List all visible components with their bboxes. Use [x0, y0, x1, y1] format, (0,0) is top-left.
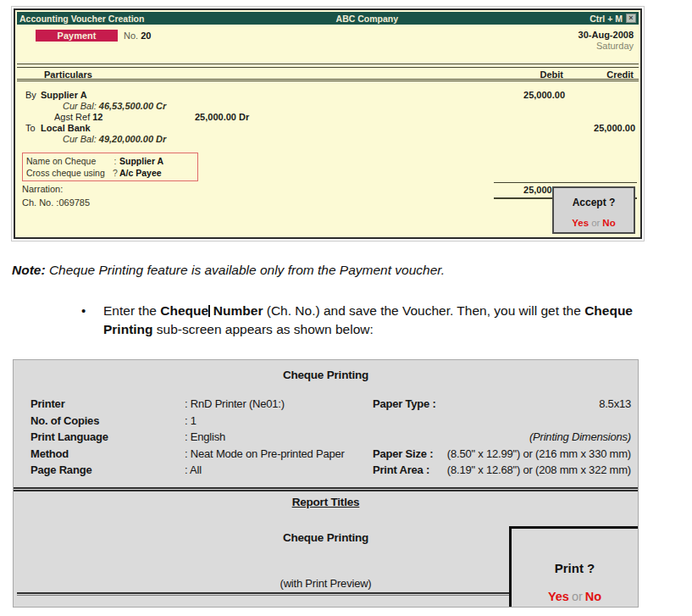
copies-value[interactable]: : 1 — [185, 414, 373, 427]
debit-header: Debit — [540, 69, 564, 80]
paper-type-value[interactable]: 8.5x13 — [436, 397, 631, 410]
voucher-number: No. 20 — [124, 31, 151, 41]
ledger-name[interactable]: Local Bank — [41, 123, 91, 133]
curbal-value: 46,53,500.00 Cr — [99, 101, 167, 111]
voucher-titlebar: Accounting Voucher Creation ABC Company … — [17, 12, 639, 25]
voucher-window: Accounting Voucher Creation ABC Company … — [14, 8, 642, 239]
page-range-label: Page Range — [30, 463, 185, 476]
print-prompt: Print ? — [512, 561, 638, 575]
paper-size-label: Paper Size : — [373, 447, 436, 460]
document-page: Accounting Voucher Creation ABC Company … — [0, 0, 692, 616]
bullet-paragraph: • Enter the Cheque Number (Ch. No.) and … — [81, 302, 647, 339]
agst-ref-number: 12 — [92, 112, 102, 122]
print-area-label: Print Area : — [373, 463, 436, 476]
language-value[interactable]: : English — [185, 430, 373, 443]
note-text: Cheque Printing feature is available onl… — [46, 263, 446, 277]
print-area-value[interactable]: (8.19" x 12.68") or (208 mm x 322 mm) — [436, 463, 631, 476]
print-no-button[interactable]: No — [585, 590, 601, 603]
paper-type-label: Paper Type : — [373, 397, 436, 410]
particulars-header: Particulars — [44, 69, 92, 80]
bullet-icon: • — [81, 302, 86, 320]
print-yes-button[interactable]: Yes — [548, 590, 569, 603]
printing-dimensions-note: (Printing Dimensions) — [436, 430, 631, 443]
curbal-value: 49,20,000.00 Dr — [99, 134, 167, 144]
voucher-day: Saturday — [596, 41, 634, 51]
curbal-label: Cur Bal: — [63, 134, 97, 144]
cheque-number-field[interactable]: Ch. No. :069785 — [22, 197, 90, 208]
cross-cheque-value[interactable]: A/c Payee — [119, 168, 162, 178]
language-label: Print Language — [30, 430, 185, 443]
credit-amount: 25,000.00 — [594, 123, 635, 133]
accept-dialog: Accept ? YesorNo — [552, 186, 635, 234]
dialog-title: Cheque Printing — [14, 369, 638, 381]
agst-ref-amount: 25,000.00 Dr — [195, 112, 249, 122]
against-ref-row: Agst Ref 12 25,000.00 Dr — [15, 112, 640, 123]
company-name: ABC Company — [144, 14, 590, 24]
divider — [17, 64, 639, 64]
printer-value[interactable]: : RnD Printer (Ne01:) — [185, 397, 373, 410]
accept-prompt: Accept ? — [554, 197, 634, 208]
name-on-cheque-label: Name on Cheque — [26, 155, 111, 167]
paper-size-value[interactable]: (8.50" x 12.99") or (216 mm x 330 mm) — [436, 447, 631, 460]
dr-prefix: By — [25, 90, 36, 100]
debit-amount: 25,000.00 — [523, 90, 565, 100]
accept-yes-button[interactable]: Yes — [572, 218, 589, 228]
current-balance-row: Cur Bal: 46,53,500.00 Cr — [15, 101, 640, 112]
accept-no-button[interactable]: No — [602, 218, 615, 228]
ledger-row-bank: To Local Bank 25,000.00 — [15, 123, 640, 134]
name-on-cheque-value[interactable]: Supplier A — [119, 156, 163, 166]
print-prompt-dialog: Print ? YesorNo — [509, 526, 638, 607]
ledger-row-supplier: By Supplier A 25,000.00 — [15, 90, 640, 101]
ledger-name[interactable]: Supplier A — [41, 90, 87, 100]
cheque-details-box: Name on Cheque:Supplier A Cross cheque u… — [22, 153, 198, 181]
divider — [14, 487, 638, 491]
divider — [17, 592, 509, 596]
curbal-label: Cur Bal: — [63, 101, 97, 111]
name-on-cheque-row: Name on Cheque:Supplier A — [26, 155, 194, 167]
window-title: Accounting Voucher Creation — [19, 14, 144, 24]
cross-cheque-label: Cross cheque using — [26, 167, 111, 179]
voucher-number-label: No. — [124, 31, 138, 41]
cr-prefix: To — [25, 123, 36, 133]
voucher-type-badge[interactable]: Payment — [36, 30, 118, 42]
voucher-column-header: Particulars Debit Credit — [17, 67, 639, 81]
agst-ref-label: Agst Ref — [54, 112, 90, 122]
close-icon[interactable]: × — [626, 14, 636, 23]
method-value[interactable]: : Neat Mode on Pre-printed Paper — [185, 447, 373, 460]
cross-cheque-row: Cross cheque using?A/c Payee — [26, 167, 194, 179]
report-titles-heading: Report Titles — [14, 496, 638, 508]
method-label: Method — [30, 447, 185, 460]
page-range-value[interactable]: : All — [185, 463, 373, 476]
cheque-printing-dialog: Cheque Printing Printer : RnD Printer (N… — [13, 359, 639, 608]
copies-label: No. of Copies — [30, 414, 185, 427]
printer-label: Printer — [30, 397, 185, 410]
note-label: Note: — [12, 263, 46, 277]
current-balance-row: Cur Bal: 49,20,000.00 Dr — [15, 134, 640, 145]
narration-label[interactable]: Narration: — [22, 184, 63, 194]
voucher-number-value: 20 — [141, 31, 151, 41]
voucher-date: 30-Aug-2008 — [579, 30, 634, 40]
shortcut-label: Ctrl + M — [590, 14, 623, 24]
note-paragraph: Note: Cheque Printing feature is availab… — [12, 263, 445, 278]
credit-header: Credit — [606, 69, 634, 80]
print-settings-grid: Printer : RnD Printer (Ne01:) Paper Type… — [14, 396, 638, 479]
totals-rule-top — [494, 182, 637, 183]
